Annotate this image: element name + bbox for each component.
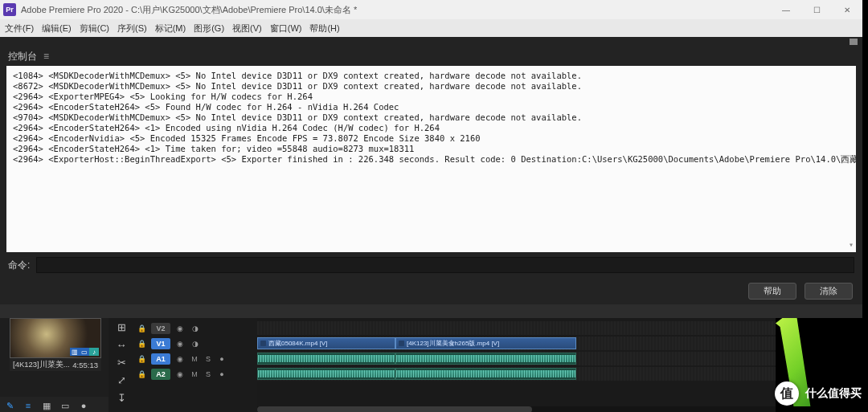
- command-label: 命令:: [8, 259, 30, 272]
- track-v2-toggle[interactable]: V2: [151, 323, 170, 334]
- fx-badge-icon: [399, 341, 404, 346]
- waveform-icon: [258, 353, 395, 364]
- help-button[interactable]: 帮助: [748, 283, 796, 300]
- blank-area: [862, 0, 868, 318]
- console-line: <2964> <ExporterHost::BeginThreadExport>…: [13, 154, 856, 164]
- console-panel-title: 控制台: [8, 50, 37, 63]
- command-input[interactable]: [36, 257, 854, 273]
- ripple-tool-icon[interactable]: ↔: [114, 339, 129, 351]
- pen-icon[interactable]: ✎: [4, 400, 15, 411]
- track-output-icon[interactable]: ◉: [174, 324, 186, 332]
- menu-clip[interactable]: 剪辑(C): [80, 22, 109, 35]
- fx-badge-icon: [260, 341, 266, 346]
- video-badge-icon: ▥: [70, 348, 80, 356]
- menu-view[interactable]: 视图(V): [232, 22, 262, 35]
- project-view-toolbar: ✎ ≡ ▦ ▭ ●: [0, 397, 108, 412]
- menu-edit[interactable]: 编辑(E): [42, 22, 72, 35]
- app-icon: Pr: [3, 3, 16, 16]
- minimize-button[interactable]: —: [771, 0, 801, 19]
- waveform-icon: [396, 353, 575, 364]
- scroll-down-icon[interactable]: ▾: [849, 239, 854, 250]
- razor-tool-icon[interactable]: ✂: [114, 357, 129, 369]
- source-thumbnail[interactable]: ▥ ▭ ♪: [10, 318, 101, 358]
- track-output-icon[interactable]: ◉: [174, 370, 186, 378]
- menu-graphics[interactable]: 图形(G): [194, 22, 224, 35]
- titlebar[interactable]: Pr Adobe Premiere Pro 2020 - C:\用户\KG250…: [0, 0, 862, 19]
- slip-tool-icon[interactable]: ⤢: [114, 374, 129, 386]
- selection-tool-icon[interactable]: ⊞: [114, 321, 129, 333]
- icon-view-icon[interactable]: ▦: [41, 400, 52, 411]
- zoom-slider-icon[interactable]: ●: [78, 400, 89, 411]
- mute-button[interactable]: M: [190, 355, 199, 363]
- lock-icon[interactable]: 🔒: [136, 355, 147, 363]
- menu-help[interactable]: 帮助(H): [309, 22, 339, 35]
- scrollbar-thumb[interactable]: [257, 406, 532, 412]
- console-line: <2964> <EncoderStateH264> <1> Encoded us…: [13, 123, 440, 133]
- panel-menu-icon[interactable]: ≡: [43, 51, 49, 62]
- sync-lock-icon[interactable]: ◑: [190, 324, 201, 332]
- pen-tool-icon[interactable]: ↧: [114, 392, 129, 404]
- maximize-button[interactable]: ☐: [801, 0, 832, 19]
- audio-clip[interactable]: [257, 368, 395, 380]
- voiceover-button[interactable]: ●: [217, 355, 227, 363]
- list-view-icon[interactable]: ≡: [23, 400, 34, 411]
- workspace-tabstrip[interactable]: [0, 37, 862, 47]
- clear-button[interactable]: 清除: [805, 283, 853, 300]
- mute-button[interactable]: M: [190, 370, 199, 378]
- close-button[interactable]: ✕: [832, 0, 862, 19]
- track-a1-toggle[interactable]: A1: [151, 353, 170, 365]
- track-header: 🔒 V2 ◉ ◑ 🔒 V1 ◉ ◑ 🔒 A1 ◉ M S ●: [133, 318, 257, 412]
- freeform-view-icon[interactable]: ▭: [59, 400, 71, 411]
- console-log[interactable]: <1084> <MSDKDecoderWithMCDemux> <5> No I…: [6, 66, 856, 252]
- track-output-icon[interactable]: ◉: [174, 355, 186, 363]
- audio-clip[interactable]: [395, 353, 576, 365]
- lock-icon[interactable]: 🔒: [136, 340, 147, 348]
- track-output-icon[interactable]: ◉: [174, 340, 186, 348]
- waveform-icon: [258, 369, 395, 379]
- console-line: <9704> <MSDKDecoderWithMCDemux> <5> No I…: [13, 112, 582, 122]
- clip-label: [4K123]川菜美食h265版.mp4 [V]: [407, 339, 499, 348]
- timeline-canvas[interactable]: 西藏05084K.mp4 [V] [4K123]川菜美食h265版.mp4 [V…: [257, 318, 862, 412]
- clip-label: 西藏05084K.mp4 [V]: [268, 339, 327, 348]
- audio-clip[interactable]: [395, 368, 576, 380]
- waveform-icon: [396, 369, 575, 379]
- console-line: <2964> <ExporterMPEG4> <5> Looking for H…: [13, 92, 313, 101]
- solo-button[interactable]: S: [203, 370, 213, 378]
- track-v1-toggle[interactable]: V1: [151, 338, 170, 349]
- lock-icon[interactable]: 🔒: [136, 324, 147, 332]
- menu-file[interactable]: 文件(F): [5, 22, 34, 35]
- watermark-badge: 值: [775, 381, 799, 406]
- lock-icon[interactable]: 🔒: [136, 370, 147, 378]
- panel-marker-icon: [850, 39, 858, 45]
- hd-badge-icon: ▭: [80, 348, 89, 356]
- menu-sequence[interactable]: 序列(S): [117, 22, 147, 35]
- clip-duration: 4:55:13: [72, 361, 98, 369]
- timeline-scrollbar[interactable]: [257, 406, 830, 412]
- video-clip[interactable]: [4K123]川菜美食h265版.mp4 [V]: [395, 337, 576, 349]
- solo-button[interactable]: S: [203, 355, 213, 363]
- watermark: 值 什么值得买: [775, 381, 862, 406]
- menubar: 文件(F) 编辑(E) 剪辑(C) 序列(S) 标记(M) 图形(G) 视图(V…: [0, 19, 862, 37]
- console-line: <2964> <EncoderNvidia> <5> Encoded 15325…: [13, 133, 481, 143]
- menu-window[interactable]: 窗口(W): [270, 22, 302, 35]
- clip-name: [4K123]川菜美...: [13, 360, 70, 370]
- console-line: <8672> <MSDKDecoderWithMCDemux> <5> No I…: [13, 81, 582, 91]
- voiceover-button[interactable]: ●: [217, 370, 227, 378]
- watermark-text: 什么值得买: [805, 386, 862, 401]
- console-line: <2964> <EncoderStateH264> <5> Found H/W …: [13, 102, 399, 112]
- audio-clip[interactable]: [257, 353, 395, 365]
- window-title: Adobe Premiere Pro 2020 - C:\用户\KG25000\…: [21, 4, 859, 16]
- track-a2-toggle[interactable]: A2: [151, 369, 170, 380]
- sync-lock-icon[interactable]: ◑: [190, 340, 201, 348]
- video-clip[interactable]: 西藏05084K.mp4 [V]: [257, 337, 395, 349]
- audio-badge-icon: ♪: [89, 348, 99, 356]
- menu-marker[interactable]: 标记(M): [155, 22, 186, 35]
- console-panel-header[interactable]: 控制台 ≡: [0, 47, 862, 66]
- timeline-tools: ⊞ ↔ ✂ ⤢ ↧ T: [110, 318, 133, 412]
- console-line: <1084> <MSDKDecoderWithMCDemux> <5> No I…: [13, 71, 582, 80]
- console-line: <2964> <EncoderStateH264> <1> Time taken…: [13, 144, 414, 153]
